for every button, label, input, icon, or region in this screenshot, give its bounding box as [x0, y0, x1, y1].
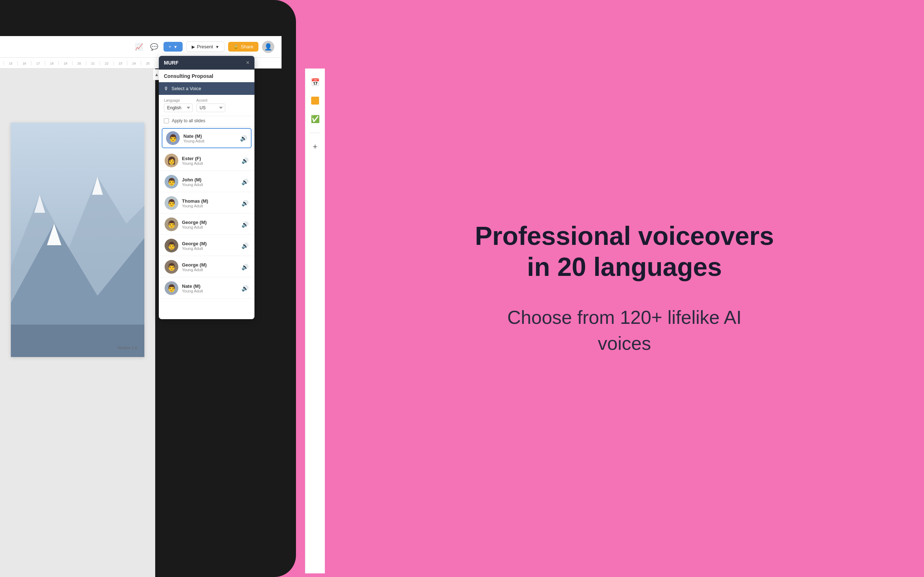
volume-icon[interactable]: 🔊 — [241, 264, 249, 271]
sidebar-icon-calendar[interactable]: 📅 — [309, 76, 321, 89]
voice-avatar: 👩 — [165, 154, 178, 167]
ruler-mark: 25 — [141, 61, 155, 65]
voice-type: Young Adult — [182, 161, 238, 166]
accent-filter-group: Accent US — [196, 98, 225, 112]
dialog-header-title: MURF — [164, 60, 178, 66]
slide-version-label: Version 1.0 — [117, 345, 137, 350]
ruler-mark: 16 — [17, 61, 31, 65]
apply-all-row: Apply to all slides — [159, 116, 254, 127]
volume-icon[interactable]: 🔊 — [241, 200, 249, 206]
volume-icon[interactable]: 🔊 — [241, 242, 249, 249]
ruler-mark: 19 — [58, 61, 72, 65]
sidebar-icon-sticky-note[interactable] — [309, 94, 321, 107]
ruler-mark: 17 — [31, 61, 45, 65]
voice-list-item[interactable]: 👨 George (M) Young Adult 🔊 — [159, 256, 254, 277]
sidebar-icon-plus[interactable]: + — [309, 140, 321, 153]
trend-icon[interactable]: 📈 — [133, 41, 145, 53]
marketing-section: Professional voiceoversin 20 languages C… — [325, 192, 924, 385]
ruler-mark: 15 — [3, 61, 17, 65]
voice-name: George (M) — [182, 241, 238, 246]
voice-list-item[interactable]: 👨 John (M) Young Adult 🔊 — [159, 171, 254, 192]
sidebar-divider — [310, 133, 320, 133]
volume-icon[interactable]: 🔊 — [240, 135, 247, 142]
voice-list-item[interactable]: 👨 George (M) Young Adult 🔊 — [159, 235, 254, 256]
dialog-document-title: Consulting Proposal — [159, 69, 254, 82]
voice-name: John (M) — [182, 177, 238, 182]
slide-thumbnail: Version 1.0 — [11, 122, 144, 357]
voice-list-item[interactable]: 👨 Thomas (M) Young Adult 🔊 — [159, 192, 254, 213]
laptop-mockup: 📈 💬 +▼ ▶ Present ▼ 🔒 Share 👤 15 16 17 18… — [0, 0, 325, 577]
slide-image: Version 1.0 — [11, 122, 144, 357]
voice-list-item[interactable]: 👩 Ester (F) Young Adult 🔊 — [159, 150, 254, 171]
voice-info: Ester (F) Young Adult — [182, 156, 238, 166]
voice-type: Young Adult — [182, 204, 238, 208]
voice-avatar: 👨 — [165, 218, 178, 231]
comment-icon[interactable]: 💬 — [149, 41, 160, 53]
accent-select[interactable]: US — [196, 103, 225, 112]
mountain-illustration — [11, 122, 144, 357]
marketing-subtext: Choose from 120+ lifelike AI voices — [498, 305, 751, 357]
ruler-mark: 24 — [127, 61, 141, 65]
voice-name: Nate (M) — [182, 284, 238, 289]
voice-info: John (M) Young Adult — [182, 177, 238, 187]
voice-avatar: 👨 — [165, 260, 178, 274]
user-avatar[interactable]: 👤 — [262, 41, 274, 53]
voice-avatar: 👨 — [165, 239, 178, 253]
voice-type: Young Adult — [182, 246, 238, 251]
voice-list-item[interactable]: 👨 Nate (M) Young Adult 🔊 — [162, 128, 252, 148]
marketing-heading: Professional voiceoversin 20 languages — [475, 220, 774, 283]
volume-icon[interactable]: 🔊 — [241, 285, 249, 292]
voice-name: Thomas (M) — [182, 198, 238, 204]
apply-all-label: Apply to all slides — [172, 118, 205, 123]
accent-label: Accent — [196, 98, 225, 102]
voice-type: Young Adult — [182, 182, 238, 187]
toolbar: 📈 💬 +▼ ▶ Present ▼ 🔒 Share 👤 — [0, 36, 281, 58]
voice-info: George (M) Young Adult — [182, 220, 238, 229]
voice-type: Young Adult — [183, 139, 236, 143]
ruler-marks: 15 16 17 18 19 20 21 22 23 24 25 — [3, 61, 155, 65]
voice-name: Ester (F) — [182, 156, 238, 161]
ruler-mark: 22 — [100, 61, 113, 65]
voice-list-item[interactable]: 👨 Nate (M) Young Adult 🔊 — [159, 277, 254, 298]
voice-info: Nate (M) Young Adult — [183, 134, 236, 143]
ruler-mark: 23 — [113, 61, 127, 65]
ruler-mark: 21 — [86, 61, 100, 65]
voice-avatar: 👨 — [165, 281, 178, 295]
present-button[interactable]: ▶ Present ▼ — [186, 42, 225, 52]
voice-info: George (M) Young Adult — [182, 241, 238, 251]
voice-info: Nate (M) Young Adult — [182, 284, 238, 293]
voice-list: 👨 Nate (M) Young Adult 🔊 👩 Ester (F) You… — [159, 127, 254, 319]
svg-rect-6 — [11, 324, 144, 357]
voice-type: Young Adult — [182, 225, 238, 229]
right-sidebar: 📅 ✅ + — [305, 69, 325, 574]
apply-all-checkbox[interactable] — [164, 118, 169, 123]
language-filter-group: Language English — [164, 98, 193, 112]
sidebar-icon-check[interactable]: ✅ — [309, 113, 321, 126]
voice-avatar: 👨 — [166, 131, 180, 145]
filters-row: Language English Accent US — [159, 95, 254, 116]
share-button[interactable]: 🔒 Share — [228, 42, 258, 52]
voice-avatar: 👨 — [165, 175, 178, 189]
voice-avatar: 👨 — [165, 196, 178, 210]
dialog-header: MURF × — [159, 56, 254, 69]
language-select[interactable]: English — [164, 103, 193, 112]
ruler-mark: 20 — [72, 61, 86, 65]
select-voice-label: Select a Voice — [171, 86, 201, 91]
volume-icon[interactable]: 🔊 — [241, 157, 249, 164]
slide-canvas-area: Version 1.0 — [0, 69, 155, 577]
voice-info: George (M) Young Adult — [182, 262, 238, 272]
voice-list-item[interactable]: 👨 George (M) Young Adult 🔊 — [159, 213, 254, 235]
select-voice-header: 🎙 Select a Voice — [159, 82, 254, 95]
dialog-close-button[interactable]: × — [246, 60, 249, 66]
voice-name: George (M) — [182, 220, 238, 225]
microphone-icon: 🎙 — [164, 86, 168, 91]
voice-info: Thomas (M) Young Adult — [182, 198, 238, 208]
murf-dialog: MURF × Consulting Proposal 🎙 Select a Vo… — [159, 56, 254, 319]
ruler-mark: 18 — [45, 61, 58, 65]
volume-icon[interactable]: 🔊 — [241, 221, 249, 228]
voice-name: Nate (M) — [183, 134, 236, 139]
volume-icon[interactable]: 🔊 — [241, 179, 249, 185]
voice-type: Young Adult — [182, 268, 238, 272]
add-button[interactable]: +▼ — [163, 42, 182, 52]
voice-name: George (M) — [182, 262, 238, 268]
